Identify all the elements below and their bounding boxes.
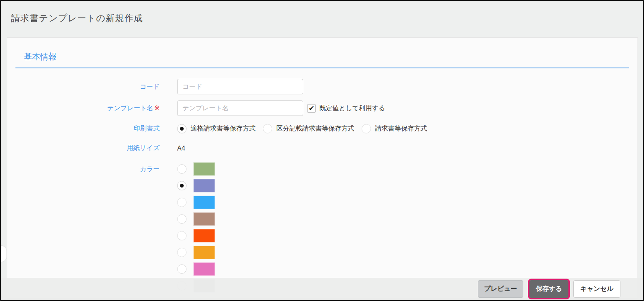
color-label: カラー: [7, 162, 160, 174]
print-format-option-classified[interactable]: 区分記載請求書等保存方式: [263, 124, 354, 133]
preview-button[interactable]: プレビュー: [478, 280, 523, 298]
radio-button[interactable]: [177, 231, 186, 240]
color-option-brown[interactable]: [177, 212, 215, 226]
radio-button[interactable]: [362, 124, 371, 133]
radio-button[interactable]: [177, 164, 186, 174]
radio-button[interactable]: [177, 264, 186, 274]
code-control: [177, 79, 303, 94]
default-checkbox-label: 既定値として利用する: [319, 104, 385, 113]
color-swatch-red-orange[interactable]: [193, 229, 215, 242]
template-name-label-text: テンプレート名: [107, 105, 154, 111]
color-swatch-pink[interactable]: [193, 262, 215, 276]
page-title: 請求書テンプレートの新規作成: [11, 12, 143, 24]
radio-button[interactable]: [177, 124, 186, 133]
color-options: [177, 162, 215, 296]
color-control: [177, 162, 215, 296]
save-button[interactable]: 保存する: [529, 280, 568, 298]
default-checkbox-group[interactable]: ✔ 既定値として利用する: [307, 104, 385, 113]
print-format-option-qualified[interactable]: 適格請求書等保存方式: [177, 124, 256, 133]
radio-button[interactable]: [263, 124, 272, 133]
default-checkbox[interactable]: ✔: [307, 104, 316, 113]
code-label: コード: [7, 83, 160, 91]
template-name-control: ✔ 既定値として利用する: [177, 100, 385, 116]
required-mark: ※: [154, 105, 160, 111]
check-icon: ✔: [308, 105, 314, 112]
radio-label: 請求書等保存方式: [375, 124, 427, 133]
action-footer: プレビュー 保存する キャンセル: [1, 278, 643, 300]
radio-label: 区分記載請求書等保存方式: [276, 124, 354, 133]
template-name-input[interactable]: [177, 100, 303, 116]
paper-size-row: 用紙サイズ A4: [7, 144, 637, 153]
paper-size-value: A4: [177, 145, 185, 152]
template-name-row: テンプレート名※ ✔ 既定値として利用する: [7, 100, 637, 116]
code-row: コード: [7, 79, 637, 94]
radio-button[interactable]: [177, 198, 186, 207]
color-option-orange[interactable]: [177, 246, 215, 259]
paper-size-label: 用紙サイズ: [7, 144, 160, 153]
print-format-control: 適格請求書等保存方式 区分記載請求書等保存方式 請求書等保存方式: [177, 124, 434, 133]
cancel-button[interactable]: キャンセル: [573, 280, 620, 298]
color-option-red-orange[interactable]: [177, 229, 215, 242]
color-swatch-blue[interactable]: [193, 196, 215, 209]
radio-label: 適格請求書等保存方式: [191, 124, 256, 133]
radio-button[interactable]: [177, 248, 186, 257]
save-highlight-ring: 保存する: [528, 279, 570, 299]
print-format-label: 印刷書式: [7, 124, 160, 133]
drawer-collapse-handle[interactable]: [1, 245, 7, 262]
print-format-option-invoice[interactable]: 請求書等保存方式: [362, 124, 427, 133]
color-option-pink[interactable]: [177, 262, 215, 276]
template-form: コード テンプレート名※ ✔ 既定値として利用する 印刷書式: [7, 79, 637, 296]
color-option-green[interactable]: [177, 162, 215, 176]
paper-size-control: A4: [177, 145, 185, 152]
radio-button[interactable]: [177, 181, 186, 190]
color-option-blue[interactable]: [177, 196, 215, 209]
color-swatch-orange[interactable]: [193, 246, 215, 259]
print-format-row: 印刷書式 適格請求書等保存方式 区分記載請求書等保存方式 請求書等保存方式: [7, 124, 637, 133]
section-title: 基本情報: [24, 51, 637, 62]
color-swatch-green[interactable]: [193, 162, 215, 176]
template-name-label: テンプレート名※: [7, 104, 160, 113]
code-input[interactable]: [177, 79, 303, 94]
section-divider: [15, 68, 629, 68]
color-option-purple[interactable]: [177, 179, 215, 192]
color-row: カラー: [7, 162, 637, 296]
basic-info-panel: 基本情報 コード テンプレート名※ ✔ 既定値として利用する: [7, 37, 638, 299]
color-swatch-brown[interactable]: [193, 212, 215, 226]
color-swatch-purple[interactable]: [193, 179, 215, 192]
radio-button[interactable]: [177, 214, 186, 224]
